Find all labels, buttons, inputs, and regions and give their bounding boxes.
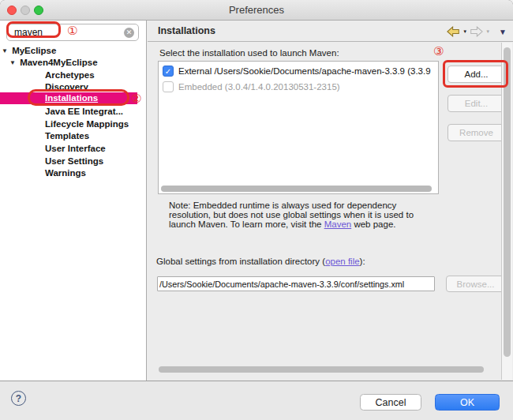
sidebar: ✕ ▼ MyEclipse ▼ Maven4MyEclipse Archetyp… — [0, 21, 147, 381]
global-settings-label: Global settings from installation direct… — [156, 257, 365, 266]
open-file-link[interactable]: open file — [325, 257, 359, 266]
tree-item-label: Java EE Integrat... — [45, 107, 123, 116]
disclosure-triangle-icon[interactable]: ▼ — [2, 45, 8, 58]
installation-row-external[interactable]: ✓ External /Users/Sookie/Documents/apach… — [159, 64, 438, 77]
tree-item-label: Maven4MyEclipse — [20, 58, 97, 67]
add-button[interactable]: Add... — [447, 66, 505, 83]
forward-arrow-icon[interactable] — [470, 26, 483, 37]
installation-row-embedded[interactable]: Embedded (3.0.4/1.4.0.20130531-2315) — [159, 80, 438, 93]
browse-button[interactable]: Browse... — [446, 276, 505, 292]
view-menu-icon[interactable]: ▼ — [499, 28, 507, 36]
installation-label: Embedded (3.0.4/1.4.0.20130531-2315) — [178, 82, 340, 92]
main-panel: Installations ▼ ▼ ▼ Select the installat… — [148, 21, 513, 381]
tree-item-label: User Settings — [45, 156, 103, 166]
edit-button[interactable]: Edit... — [447, 95, 505, 112]
tree-item-label: Archetypes — [45, 70, 95, 80]
select-installation-label: Select the installation used to launch M… — [159, 48, 339, 58]
search-input[interactable] — [6, 24, 139, 41]
checkbox-unchecked-icon[interactable] — [163, 81, 174, 92]
sidebar-item-maven4myeclipse[interactable]: ▼ Maven4MyEclipse — [9, 56, 155, 69]
tree-item-label: MyEclipse — [12, 46, 56, 55]
checkbox-checked-icon[interactable]: ✓ — [163, 66, 174, 77]
back-history-dropdown-icon[interactable]: ▼ — [462, 29, 467, 34]
installations-list: ✓ External /Users/Sookie/Documents/apach… — [158, 61, 439, 194]
back-arrow-icon[interactable] — [447, 26, 460, 37]
remove-button[interactable]: Remove — [447, 124, 505, 141]
help-button[interactable]: ? — [11, 391, 26, 406]
cancel-button[interactable]: Cancel — [360, 394, 421, 411]
vertical-scrollbar-thumb[interactable] — [504, 47, 511, 357]
preferences-window: Preferences ✕ ▼ MyEclipse ▼ Maven4MyEcli… — [0, 0, 513, 420]
ok-button[interactable]: OK — [435, 394, 500, 411]
tree-item-label: Warnings — [45, 168, 86, 178]
forward-history-dropdown-icon[interactable]: ▼ — [485, 29, 490, 34]
tree-item-label: Discovery — [45, 82, 88, 92]
panel-horizontal-scrollbar[interactable] — [159, 366, 484, 373]
disclosure-triangle-icon[interactable]: ▼ — [9, 57, 16, 69]
tree-item-label: Installations — [45, 93, 98, 103]
tree-item-label: Lifecycle Mappings — [45, 119, 129, 129]
search-clear-icon[interactable]: ✕ — [124, 28, 134, 38]
sidebar-item-myeclipse[interactable]: ▼ MyEclipse — [2, 44, 148, 57]
installation-label: External /Users/Sookie/Documents/apache-… — [178, 66, 431, 76]
tree-item-label: User Interface — [45, 144, 106, 153]
page-title: Installations — [158, 25, 215, 36]
tree-item-label: Templates — [45, 131, 89, 141]
title-bar: Preferences — [0, 0, 513, 21]
main-header: Installations ▼ ▼ ▼ — [148, 21, 513, 42]
list-horizontal-scrollbar[interactable] — [161, 186, 432, 192]
maven-web-page-link[interactable]: Maven — [324, 219, 352, 229]
settings-path-field[interactable] — [157, 276, 435, 291]
window-title: Preferences — [0, 4, 513, 16]
embedded-runtime-note: Note: Embedded runtime is always used fo… — [169, 201, 455, 229]
footer-bar: ? Cancel OK — [0, 381, 513, 420]
